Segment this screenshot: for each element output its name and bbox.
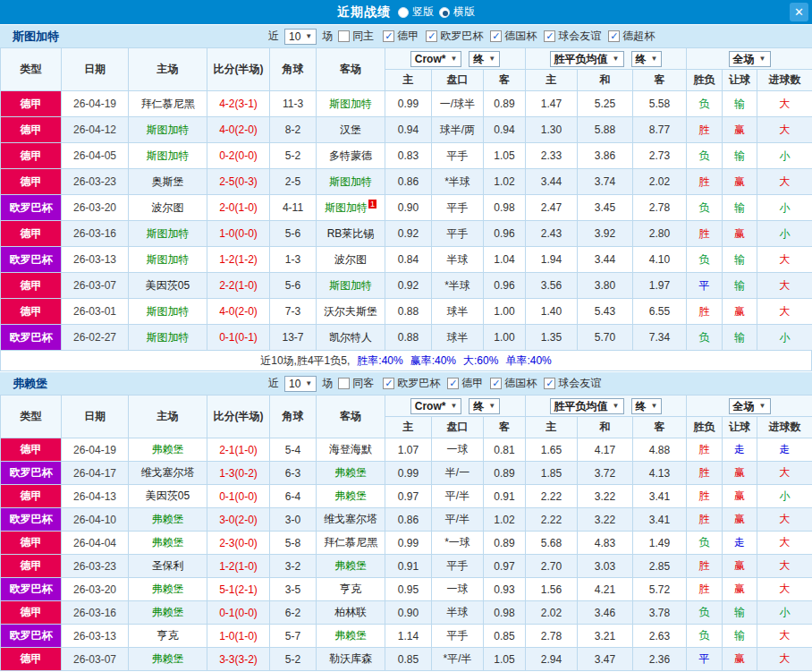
home-team-link[interactable]: 斯图加特 <box>129 143 207 169</box>
match-score: 0-1(0-0) <box>207 601 270 625</box>
home-team-link[interactable]: 弗赖堡 <box>129 438 207 462</box>
home-team-link[interactable]: 弗赖堡 <box>129 508 207 532</box>
odds-home: 0.99 <box>385 462 432 485</box>
handicap-result-tag: 赢 <box>723 117 757 143</box>
away-team-link[interactable]: 波尔图 <box>317 247 385 273</box>
sub-header-avg-draw: 和 <box>578 70 633 91</box>
league-filter-checkbox[interactable]: ✓欧罗巴杯 <box>383 376 440 391</box>
avg-home-odds: 2.43 <box>526 221 578 247</box>
odds-source-dropdown[interactable]: Crow*▼ <box>410 398 462 414</box>
games-label: 场 <box>322 29 333 44</box>
checkbox-checked-icon: ✓ <box>490 378 502 389</box>
goals-result-tag: 大 <box>757 508 812 532</box>
away-team-link[interactable]: 维戈塞尔塔 <box>317 508 385 532</box>
home-team-link[interactable]: 美因茨05 <box>129 485 207 508</box>
match-date: 26-04-12 <box>62 117 129 143</box>
home-team-link[interactable]: 斯图加特 <box>129 299 207 325</box>
league-badge: 德甲 <box>1 648 62 671</box>
away-team-link[interactable]: 弗赖堡 <box>317 555 385 578</box>
handicap-line: *半球 <box>432 169 484 195</box>
away-team-link[interactable]: 汉堡 <box>317 117 385 143</box>
avg-odds-dropdown[interactable]: 胜平负均值▼ <box>550 51 624 67</box>
home-team-link[interactable]: 斯图加特 <box>129 325 207 351</box>
avg-draw-odds: 4.17 <box>578 438 633 462</box>
home-team-link[interactable]: 斯图加特 <box>129 221 207 247</box>
home-team-link[interactable]: 波尔图 <box>129 195 207 221</box>
league-badge: 欧罗巴杯 <box>1 247 62 273</box>
near-label: 近 <box>268 376 279 391</box>
home-team-link[interactable]: 弗赖堡 <box>129 601 207 625</box>
away-team-link[interactable]: 多特蒙德 <box>317 143 385 169</box>
away-team-link[interactable]: 勒沃库森 <box>317 648 385 671</box>
close-button[interactable]: ✕ <box>790 3 808 21</box>
avg-final-dropdown[interactable]: 终▼ <box>631 51 663 67</box>
radio-vertical-layout[interactable]: 竖版 <box>398 4 434 20</box>
away-team-link[interactable]: 凯尔特人 <box>317 325 385 351</box>
league-filter-checkbox[interactable]: ✓德超杯 <box>608 29 655 44</box>
odds-home: 0.88 <box>385 299 432 325</box>
league-filter-checkbox[interactable]: ✓德国杯 <box>490 376 537 391</box>
home-team-link[interactable]: 斯图加特 <box>129 117 207 143</box>
league-filter-checkbox[interactable]: ✓球会友谊 <box>544 376 601 391</box>
avg-draw-odds: 5.70 <box>578 325 633 351</box>
league-filter-checkbox[interactable]: ✓德甲 <box>383 29 419 44</box>
chevron-down-icon: ▼ <box>450 53 457 65</box>
home-team-link[interactable]: 奥斯堡 <box>129 169 207 195</box>
home-team-link[interactable]: 拜仁慕尼黑 <box>129 91 207 117</box>
avg-header-cell: 胜平负均值▼ 终▼ <box>526 396 687 417</box>
match-count-dropdown[interactable]: 10▼ <box>284 376 317 392</box>
away-team-link[interactable]: 海登海默 <box>317 438 385 462</box>
league-filter-checkbox[interactable]: ✓德国杯 <box>490 29 537 44</box>
goals-result-tag: 大 <box>757 462 812 485</box>
avg-odds-dropdown[interactable]: 胜平负均值▼ <box>550 398 624 414</box>
odds-final-dropdown[interactable]: 终▼ <box>469 398 500 414</box>
fullmatch-dropdown[interactable]: 全场▼ <box>729 51 771 67</box>
handicap-result-tag: 输 <box>723 143 757 169</box>
away-team-link[interactable]: RB莱比锡 <box>317 221 385 247</box>
home-team-link[interactable]: 弗赖堡 <box>129 648 207 671</box>
odds-final-dropdown[interactable]: 终▼ <box>469 51 500 67</box>
home-team-link[interactable]: 弗赖堡 <box>129 578 207 601</box>
league-filter-group: ✓欧罗巴杯✓德甲✓德国杯✓球会友谊 <box>383 376 601 391</box>
match-date: 26-03-07 <box>62 273 129 299</box>
home-team-link[interactable]: 弗赖堡 <box>129 532 207 555</box>
away-team-link[interactable]: 亨克 <box>317 578 385 601</box>
home-team-link[interactable]: 美因茨05 <box>129 273 207 299</box>
goals-result-tag: 大 <box>757 532 812 555</box>
sub-header-away-odds: 客 <box>484 417 526 438</box>
avg-final-dropdown[interactable]: 终▼ <box>631 398 663 414</box>
away-team-link[interactable]: 沃尔夫斯堡 <box>317 299 385 325</box>
match-count-dropdown[interactable]: 10▼ <box>284 29 317 45</box>
sub-header-home-odds: 主 <box>385 417 432 438</box>
league-filter-checkbox[interactable]: ✓球会友谊 <box>544 29 601 44</box>
home-team-link[interactable]: 维戈塞尔塔 <box>129 462 207 485</box>
home-team-link[interactable]: 圣保利 <box>129 555 207 578</box>
away-team-link[interactable]: 拜仁慕尼黑 <box>317 532 385 555</box>
home-team-link[interactable]: 斯图加特 <box>129 247 207 273</box>
handicap-result-tag: 赢 <box>723 462 757 485</box>
sub-header-handicap-result: 让球 <box>723 70 757 91</box>
away-team-link[interactable]: 斯图加特1 <box>317 195 385 221</box>
away-team-link[interactable]: 斯图加特 <box>317 169 385 195</box>
away-team-link[interactable]: 弗赖堡 <box>317 485 385 508</box>
league-filter-label: 德国杯 <box>504 29 537 44</box>
home-team-link[interactable]: 亨克 <box>129 625 207 648</box>
odds-source-dropdown[interactable]: Crow*▼ <box>410 51 462 67</box>
away-team-link[interactable]: 弗赖堡 <box>317 462 385 485</box>
radio-horizontal-layout[interactable]: 横版 <box>439 4 475 20</box>
away-team-link[interactable]: 弗赖堡 <box>317 625 385 648</box>
fullmatch-dropdown[interactable]: 全场▼ <box>729 398 771 414</box>
league-filter-checkbox[interactable]: ✓德甲 <box>447 376 483 391</box>
league-filter-checkbox[interactable]: ✓欧罗巴杯 <box>426 29 483 44</box>
match-score: 0-2(0-0) <box>207 143 270 169</box>
stuttgart-results-table: 类型 日期 主场 比分(半场) 角球 客场 Crow*▼ 终▼ 胜平负均值▼ 终… <box>0 47 812 351</box>
same-venue-checkbox[interactable]: 同主 <box>338 29 374 44</box>
away-team-link[interactable]: 斯图加特 <box>317 91 385 117</box>
away-team-link[interactable]: 斯图加特 <box>317 273 385 299</box>
avg-home-odds: 2.22 <box>526 508 578 532</box>
away-team-link[interactable]: 柏林联 <box>317 601 385 625</box>
same-venue-checkbox[interactable]: 同客 <box>338 376 374 391</box>
handicap-result-tag: 输 <box>723 325 757 351</box>
chevron-down-icon: ▼ <box>651 400 658 413</box>
result-tag: 胜 <box>687 299 723 325</box>
